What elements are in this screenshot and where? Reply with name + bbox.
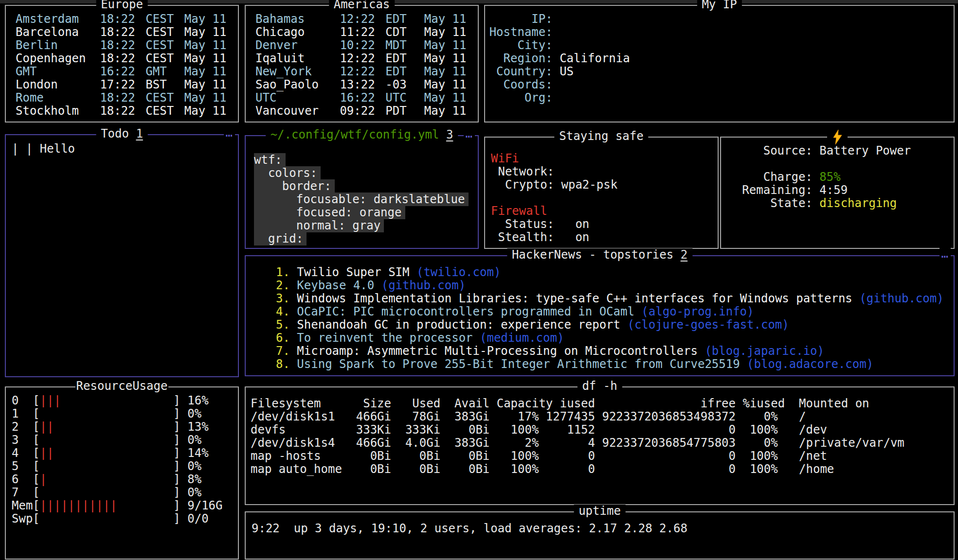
hn-story-title: Microamp: Asymmetric Multi-Processing on… (297, 344, 698, 358)
clock-timezone: CEST (145, 13, 181, 26)
hn-story-domain: (clojure-goes-fast.com) (627, 318, 789, 332)
clock-row: Iqaluit12:22EDTMay 11 (246, 52, 478, 65)
resource-row: Swp[] 0/0 (6, 512, 238, 525)
hn-story-number: 4. (276, 305, 290, 318)
resource-label: Mem (12, 499, 33, 512)
hn-story[interactable]: 7.Microamp: Asymmetric Multi-Processing … (246, 345, 954, 358)
hn-story[interactable]: 3.Windows Implementation Libraries: type… (246, 292, 954, 305)
resource-bracket: ] (173, 420, 187, 434)
resource-bracket: ] (173, 394, 187, 407)
clock-time: 13:22 (340, 78, 375, 91)
safe-line-text: WiFi (491, 152, 519, 165)
clock-city: UTC (255, 91, 340, 105)
hn-story-number: 5. (276, 318, 290, 332)
resource-usage-content: 0[|||] 16%1[] 0%2[||] 13%3[] 0%4[||] 14%… (6, 387, 238, 559)
hn-story-domain: (github.com) (381, 279, 466, 292)
hn-story-number: 1. (276, 266, 290, 279)
ip-row: Country:US (485, 65, 954, 78)
clock-time: 11:22 (340, 26, 375, 39)
resource-row: 3[] 0% (6, 434, 238, 447)
battery-line-text: Remaining: 4:59 (742, 183, 848, 197)
battery-line: Source: Battery Power (721, 144, 954, 158)
safe-line: Network: (485, 165, 718, 178)
europe-clock-content: Amsterdam18:22CESTMay 11Barcelona18:22CE… (6, 6, 238, 122)
config-file-panel[interactable]: ~/.config/wtf/config.yml3 … wtf: colors:… (245, 135, 479, 249)
clock-date: May 11 (184, 13, 227, 26)
config-line-text: border: (254, 179, 335, 193)
clock-date: May 11 (424, 65, 467, 78)
resource-value: 0% (187, 459, 201, 473)
ip-row: Org: (485, 91, 954, 105)
clock-timezone: EDT (385, 65, 420, 78)
hn-story[interactable]: 8.Using Spark to Prove 255-Bit Integer A… (246, 358, 954, 371)
resource-bracket: [ (33, 433, 39, 447)
hn-story-number: 2. (276, 279, 290, 292)
hn-story[interactable]: 6.To reinvent the processor(medium.com) (246, 332, 954, 345)
safe-line (485, 192, 718, 205)
battery-line-text: State: (742, 196, 819, 210)
battery-line-text: discharging (819, 196, 897, 210)
resource-row: Mem[|||||||||||] 9/16G (6, 499, 238, 512)
clock-date: May 11 (184, 78, 227, 91)
safe-line: Firewall (485, 205, 718, 218)
ip-row-label: Coords: (485, 78, 553, 91)
ip-row-label: Region: (485, 52, 553, 65)
hackernews-panel[interactable]: HackerNews - topstories2 … 1.Twilio Supe… (245, 255, 955, 376)
resource-row: 4[||] 14% (6, 447, 238, 460)
battery-panel: Source: Battery Power Charge: 85%Remaini… (720, 137, 955, 249)
europe-clock-panel: Europe Amsterdam18:22CESTMay 11Barcelona… (5, 5, 239, 122)
resource-bar: ||||||||||| (40, 499, 174, 512)
resource-bar: ||| (40, 394, 174, 407)
battery-line: State: discharging (721, 197, 954, 210)
config-line-text: focusable: darkslateblue (254, 192, 469, 206)
clock-row: Chicago11:22CDTMay 11 (246, 26, 478, 39)
ip-row-label: Org: (485, 91, 553, 105)
resource-row: 5[] 0% (6, 460, 238, 473)
hn-story[interactable]: 1.Twilio Super SIM(twilio.com) (246, 266, 954, 279)
clock-timezone: EDT (385, 13, 420, 26)
clock-time: 18:22 (100, 13, 135, 26)
ip-row-value: US (560, 65, 574, 78)
clock-timezone: EDT (385, 52, 420, 65)
config-line: focusable: darkslateblue (246, 193, 478, 206)
clock-city: Copenhagen (16, 52, 100, 65)
resource-label: 0 (12, 394, 33, 407)
clock-city: Vancouver (255, 105, 340, 118)
resource-bracket: [ (33, 407, 39, 420)
hn-story-number: 3. (276, 292, 290, 305)
resource-value: 0% (187, 407, 201, 420)
hn-story[interactable]: 2.Keybase 4.0(github.com) (246, 279, 954, 292)
config-line: border: (246, 180, 478, 193)
hn-story-domain: (algo-prog.info) (641, 305, 754, 318)
battery-content: Source: Battery Power Charge: 85%Remaini… (721, 138, 954, 248)
resource-value: 0% (187, 486, 201, 499)
clock-city: Chicago (255, 26, 340, 39)
hn-story-domain: (github.com) (859, 292, 943, 305)
clock-row: London17:22BSTMay 11 (6, 78, 238, 91)
todo-item[interactable]: | | Hello (6, 142, 238, 156)
hn-story[interactable]: 5.Shenandoah GC in production: experienc… (246, 318, 954, 332)
clock-timezone: CEST (145, 39, 181, 52)
uptime-panel: uptime 9:22 up 3 days, 19:10, 2 users, l… (245, 511, 955, 560)
clock-row: Sao_Paolo13:22-03May 11 (246, 78, 478, 91)
hn-story-domain: (medium.com) (480, 331, 564, 345)
config-line: wtf: (246, 154, 478, 167)
resource-bracket: ] (173, 459, 187, 473)
clock-row: New_York12:22EDTMay 11 (246, 65, 478, 78)
clock-timezone: CEST (145, 91, 181, 105)
resource-label: 2 (12, 420, 33, 434)
clock-city: Rome (16, 91, 100, 105)
clock-date: May 11 (424, 26, 467, 39)
resource-row: 6[|] 8% (6, 473, 238, 486)
hn-story-number: 6. (276, 332, 290, 345)
battery-line-text: 85% (819, 170, 840, 184)
config-line-text: grid: (254, 232, 307, 245)
todo-item-text: Hello (40, 142, 75, 156)
todo-panel[interactable]: Todo1 … | | Hello (5, 134, 239, 377)
clock-row: Amsterdam18:22CESTMay 11 (6, 13, 238, 26)
safe-line-text: Stealth: on (491, 230, 589, 244)
clock-city: Denver (255, 39, 340, 52)
hn-story[interactable]: 4.OCaPIC: PIC microcontrollers programme… (246, 305, 954, 318)
config-line-text: normal: gray (254, 219, 384, 232)
resource-bracket: ] (173, 472, 187, 486)
